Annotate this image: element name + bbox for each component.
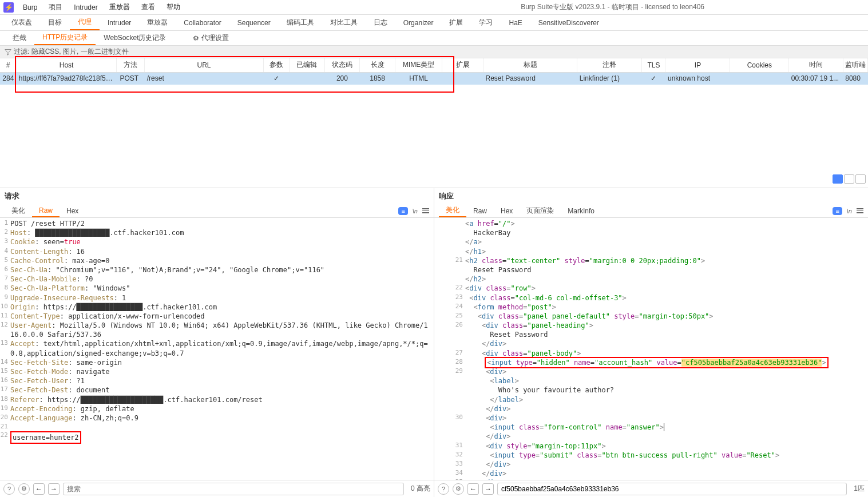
response-editor[interactable]: <a href="/"> HackerBay</a></h1>21<h2 cla… [434,218,868,480]
response-subtab[interactable]: Raw [466,204,494,217]
cell: Linkfinder (1) [577,72,642,85]
main-tab[interactable]: 扩展 [441,15,471,30]
cell [442,72,483,85]
filter-bar[interactable]: 过滤: 隐藏CSS, 图片, 一般二进制文件 [0,46,868,58]
funnel-icon [5,49,11,55]
layout-selector[interactable] [833,174,866,184]
cell: 8080 [843,72,867,85]
col-header[interactable]: 已编辑 [289,58,324,72]
col-header[interactable]: 注释 [577,58,642,72]
response-subtab[interactable]: MarkInfo [561,204,601,217]
main-tab[interactable]: 学习 [471,15,501,30]
proxy-subtab[interactable]: WebSocket历史记录 [96,31,174,45]
col-header[interactable]: 状态码 [324,58,360,72]
cell: https://ff67fa79ad278fc218f52... [17,72,117,85]
cell: HTML [395,72,442,85]
col-header[interactable]: IP [665,58,730,72]
cell: POST [116,72,144,85]
main-tab[interactable]: 日志 [366,15,395,30]
main-tabs: 仪表盘目标代理Intruder重放器CollaboratorSequencer编… [0,15,868,31]
hamburger-icon[interactable] [422,208,429,213]
main-tab[interactable]: SensitiveDiscoverer [530,15,607,30]
col-header[interactable]: # [0,58,17,72]
main-tab[interactable]: Intruder [100,15,139,30]
col-header[interactable]: URL [145,58,264,72]
response-pane: 响应 美化RawHex页面渲染MarkInfo ≡ \n <a href="/"… [434,188,868,497]
help-icon[interactable]: ? [3,483,15,495]
response-subtab[interactable]: Hex [494,204,520,217]
layout-opt-3[interactable] [855,174,866,184]
cell: Reset Password [483,72,577,85]
menu-item[interactable]: 项目 [43,0,68,14]
search-input[interactable] [497,483,847,495]
main-tab[interactable]: Organizer [395,15,442,30]
col-header[interactable]: Host [17,58,117,72]
col-header[interactable]: MIME类型 [395,58,442,72]
layout-opt-1[interactable] [833,174,843,184]
app-icon: ⚡ [3,2,14,13]
col-header[interactable]: 方法 [116,58,144,72]
match-count: 0 高亮 [411,484,430,494]
main-tab[interactable]: 编码工具 [279,15,322,30]
layout-opt-2[interactable] [844,174,854,184]
request-tabs: 美化RawHex ≡ \n [0,204,434,218]
cell: unknown host [665,72,730,85]
prev-button[interactable]: ← [33,483,45,495]
next-button[interactable]: → [482,483,494,495]
request-title: 请求 [0,188,434,204]
col-header[interactable]: 时间 [789,58,843,72]
menu-item[interactable]: Burp [17,0,43,14]
col-header[interactable]: 标题 [483,58,577,72]
main-tab[interactable]: 目标 [40,15,70,30]
menu-item[interactable]: 重放器 [104,0,136,14]
menu-item[interactable]: 查看 [136,0,161,14]
response-subtab[interactable]: 页面渲染 [520,204,561,217]
actions-chip[interactable]: ≡ [833,207,842,215]
proxy-subtab[interactable]: 拦截 [5,31,34,45]
response-subtab[interactable]: 美化 [439,204,466,217]
main-tab[interactable]: 重放器 [139,15,176,30]
cell: 00:30:07 19 1... [789,72,843,85]
window-title: Burp Suite专业版 v2023.9.1 - 临时项目 - license… [521,2,704,12]
next-button[interactable]: → [48,483,60,495]
main-tab[interactable]: 对比工具 [322,15,366,30]
response-search-bar: ? ⚙ ← → 1匹 [434,480,868,497]
request-editor[interactable]: 1POST /reset HTTP/22Host: ██████████████… [0,218,434,480]
newline-toggle[interactable]: \n [413,208,418,214]
main-tab[interactable]: 仪表盘 [3,15,40,30]
main-tab[interactable]: HaE [501,15,530,30]
gear-icon[interactable]: ⚙ [453,483,464,495]
cell: 200 [324,72,360,85]
request-subtab[interactable]: Raw [32,204,60,217]
col-header[interactable]: 参数 [263,58,289,72]
request-subtab[interactable]: 美化 [5,204,32,217]
col-header[interactable]: Cookies [730,58,789,72]
col-header[interactable]: 扩展 [442,58,483,72]
request-pane: 请求 美化RawHex ≡ \n 1POST /reset HTTP/22Hos… [0,188,434,497]
cell: ✓ [642,72,665,85]
history-table[interactable]: #Host方法URL参数已编辑状态码长度MIME类型扩展标题注释TLSIPCoo… [0,58,868,85]
main-tab[interactable]: Sequencer [229,15,279,30]
proxy-subtab[interactable]: HTTP历史记录 [34,31,96,45]
actions-chip[interactable]: ≡ [398,207,407,215]
menu-item[interactable]: 帮助 [161,0,186,14]
proxy-settings-tab[interactable]: ⚙代理设置 [185,31,237,45]
col-header[interactable]: 长度 [360,58,395,72]
main-tab[interactable]: Collaborator [176,15,229,30]
col-header[interactable]: TLS [642,58,665,72]
request-subtab[interactable]: Hex [60,204,85,217]
cell: ✓ [263,72,289,85]
table-row[interactable]: 284https://ff67fa79ad278fc218f52...POST/… [0,72,868,85]
menu-item[interactable]: Intruder [68,0,103,14]
newline-toggle[interactable]: \n [847,208,852,214]
history-table-wrap: #Host方法URL参数已编辑状态码长度MIME类型扩展标题注释TLSIPCoo… [0,58,868,85]
prev-button[interactable]: ← [467,483,479,495]
hamburger-icon[interactable] [857,208,863,213]
help-icon[interactable]: ? [438,483,449,495]
search-input[interactable] [63,483,404,495]
request-response-splitter: 请求 美化RawHex ≡ \n 1POST /reset HTTP/22Hos… [0,188,868,497]
main-tab[interactable]: 代理 [70,15,100,30]
cell: /reset [145,72,264,85]
gear-icon[interactable]: ⚙ [18,483,30,495]
col-header[interactable]: 监听端 [843,58,867,72]
